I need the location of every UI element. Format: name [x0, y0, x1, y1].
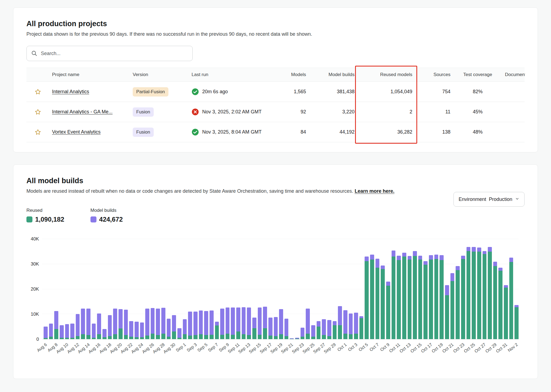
bar-aug-26 — [151, 239, 155, 339]
bar-oct-28 — [488, 239, 492, 339]
bar-aug-29 — [167, 239, 171, 339]
bar-aug-7 — [49, 239, 53, 339]
bar-aug-6 — [44, 239, 48, 339]
last-run-text: 20m 6s ago — [202, 89, 228, 95]
x-tick-label: Aug 28 — [152, 342, 166, 354]
model-builds-swatch-icon — [90, 216, 96, 222]
bar-sep-7 — [215, 239, 219, 339]
bar-aug-11 — [70, 239, 74, 339]
table-row: Internal Analytics - GA Me... Fusion Nov… — [26, 102, 525, 122]
y-tick-label: 20K — [31, 287, 39, 292]
production-projects-card: All production projects Project data sho… — [13, 7, 538, 152]
bar-sep-21 — [290, 239, 294, 339]
reused-models-count: 2 — [357, 109, 415, 115]
legend-label: Reused — [26, 208, 64, 213]
x-tick-label: Sep 27 — [312, 342, 326, 354]
model-builds-count: 3,220 — [309, 109, 357, 115]
models-count: 84 — [276, 129, 309, 135]
bar-aug-10 — [65, 239, 69, 339]
test-coverage-value: 48% — [453, 129, 502, 135]
legend-item-reused: Reused 1,090,182 — [26, 208, 64, 223]
chart-legend: Reused 1,090,182 Model builds 424,672 — [26, 208, 525, 223]
bar-aug-22 — [129, 239, 133, 339]
version-badge: Partial-Fusion — [133, 87, 168, 97]
bar-aug-23 — [135, 239, 139, 339]
bar-aug-20 — [119, 239, 123, 339]
y-tick-label: 0 — [37, 337, 39, 342]
bar-oct-26 — [477, 239, 481, 339]
bar-oct-31 — [504, 239, 508, 339]
x-tick-label: Sep 19 — [270, 342, 283, 354]
legend-label: Model builds — [90, 208, 123, 213]
project-name-link[interactable]: Internal Analytics — [52, 89, 89, 94]
search-input[interactable] — [26, 46, 193, 61]
bar-oct-6 — [370, 239, 374, 339]
environment-dropdown[interactable]: Environment Production — [453, 192, 525, 207]
x-tick-label: Sep 25 — [302, 342, 316, 354]
x-tick-label: Oct 1 — [337, 342, 348, 352]
favorite-star-button[interactable] — [33, 107, 43, 117]
bar-oct-2 — [349, 239, 353, 339]
x-tick-label: Oct 25 — [463, 342, 476, 354]
bar-oct-7 — [376, 239, 380, 339]
legend-item-model-builds: Model builds 424,672 — [90, 208, 123, 223]
learn-more-link[interactable]: Learn more here. — [355, 188, 394, 194]
bar-aug-24 — [140, 239, 144, 339]
last-run-text: Nov 3, 2025, 2:02 AM GMT — [202, 109, 262, 115]
x-tick-label: Oct 7 — [368, 342, 380, 352]
bar-oct-27 — [483, 239, 487, 339]
x-tick-label: Sep 29 — [323, 342, 337, 354]
x-tick-label: Aug 14 — [77, 342, 91, 354]
x-tick-label: Aug 26 — [141, 342, 155, 354]
bar-sep-10 — [231, 239, 235, 339]
x-tick-label: Oct 21 — [441, 342, 455, 354]
bar-aug-16 — [97, 239, 101, 339]
bar-aug-30 — [172, 239, 176, 339]
col-version: Version — [130, 72, 189, 77]
bar-sep-1 — [183, 239, 187, 339]
project-search — [26, 46, 193, 61]
x-tick-label: Aug 12 — [66, 342, 80, 354]
bar-sep-4 — [199, 239, 203, 339]
x-tick-label: Nov 2 — [507, 342, 519, 353]
projects-card-subtitle: Project data shown is for the previous 9… — [26, 31, 525, 37]
bar-aug-8 — [54, 239, 58, 339]
favorite-star-button[interactable] — [33, 87, 43, 97]
x-tick-label: Sep 13 — [237, 342, 251, 354]
x-tick-label: Oct 23 — [452, 342, 465, 354]
models-count: 92 — [276, 109, 309, 115]
bar-oct-22 — [456, 239, 460, 339]
table-row: Vortex Event Analytics Fusion Nov 3, 202… — [26, 122, 525, 142]
environment-label: Environment — [459, 197, 486, 202]
col-reused-models: Reused models — [357, 72, 415, 77]
x-tick-label: Aug 22 — [120, 342, 134, 354]
bar-sep-6 — [210, 239, 214, 339]
version-badge: Fusion — [133, 107, 154, 117]
bar-nov-2 — [514, 239, 519, 339]
col-sources: Sources — [415, 72, 453, 77]
bar-aug-12 — [76, 239, 80, 339]
bar-sep-15 — [258, 239, 262, 339]
bar-sep-11 — [236, 239, 240, 339]
bar-sep-5 — [204, 239, 208, 339]
bar-oct-23 — [461, 239, 465, 339]
reused-total-value: 1,090,182 — [35, 216, 64, 223]
bar-nov-1 — [509, 239, 513, 339]
bar-sep-8 — [220, 239, 224, 339]
bar-oct-5 — [365, 239, 369, 339]
bar-oct-9 — [386, 239, 390, 339]
project-name-link[interactable]: Internal Analytics - GA Me... — [52, 109, 113, 114]
favorite-star-button[interactable] — [33, 128, 43, 137]
test-coverage-value: 45% — [453, 109, 502, 115]
y-tick-label: 30K — [31, 261, 39, 267]
x-tick-label: Oct 17 — [420, 342, 433, 354]
bar-sep-18 — [274, 239, 278, 339]
bar-oct-15 — [418, 239, 422, 339]
x-tick-label: Aug 24 — [130, 342, 144, 354]
project-name-link[interactable]: Vortex Event Analytics — [52, 129, 101, 135]
bar-sep-29 — [333, 239, 337, 339]
bar-oct-13 — [408, 239, 412, 339]
bar-aug-19 — [113, 239, 117, 339]
bar-oct-1 — [343, 239, 347, 339]
builds-card-subtitle: Models are reused instead of rebuilt whe… — [26, 188, 435, 194]
